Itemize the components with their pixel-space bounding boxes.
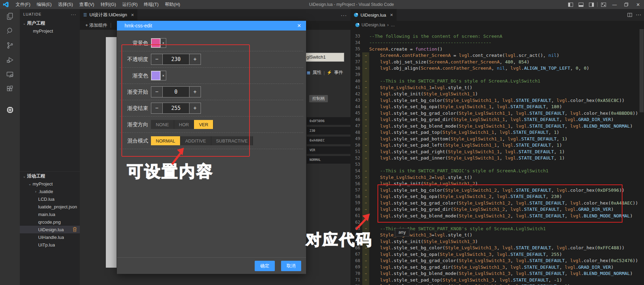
- tab-events[interactable]: 事件: [334, 69, 343, 76]
- close-icon[interactable]: ✕: [131, 13, 134, 17]
- run-debug-icon[interactable]: [0, 53, 20, 67]
- option-SUBTRACTIVE[interactable]: SUBTRACTIVE: [211, 136, 253, 145]
- tree-folder-luatide[interactable]: › .luatide: [20, 188, 80, 195]
- add-component-button[interactable]: + 添加组件: [80, 22, 111, 28]
- increment-button[interactable]: +: [189, 54, 201, 65]
- code-line-52: 52→ lvgl.style_set_pad_inner(Style_LvglS…: [350, 155, 644, 162]
- ok-button[interactable]: 确定: [255, 261, 275, 271]
- option-VER[interactable]: VER: [194, 120, 213, 129]
- color-picker-背景色[interactable]: ✕: [151, 38, 166, 48]
- file-UiHandle.lua[interactable]: UiHandle.lua: [20, 233, 80, 241]
- property-value[interactable]: 0xDF5096: [307, 117, 350, 125]
- restore-button[interactable]: [620, 0, 632, 9]
- delete-file-icon[interactable]: [73, 227, 77, 233]
- more-actions-icon[interactable]: ···: [636, 12, 641, 18]
- designer-more-actions-icon[interactable]: ···: [341, 9, 347, 21]
- tree-section-user-project[interactable]: ⌄ 用户工程: [20, 19, 80, 27]
- sidebar-more-icon[interactable]: ···: [71, 12, 76, 17]
- source-control-icon[interactable]: [0, 38, 20, 53]
- color-swatch[interactable]: [151, 38, 160, 48]
- file-qrcode.png[interactable]: qrcode.png: [20, 218, 80, 226]
- file-UiTp.lua[interactable]: UiTp.lua: [20, 241, 80, 249]
- tab-ui-designer[interactable]: ☰ UI设计器:UiDesign ✕: [80, 9, 137, 21]
- tab-uidesign-lua[interactable]: UiDesign.lua ✕: [350, 9, 397, 21]
- customize-layout-icon[interactable]: [598, 0, 609, 9]
- file-main.lua[interactable]: main.lua: [20, 210, 80, 218]
- close-window-button[interactable]: ✕: [632, 0, 644, 9]
- designer-tab-bar: ☰ UI设计器:UiDesign ✕ ···: [80, 9, 350, 21]
- code-line-51: 51→ lvgl.style_set_pad_right(Style_LvglS…: [350, 148, 644, 155]
- explorer-icon[interactable]: [0, 9, 20, 24]
- form-icon: ☰: [83, 12, 87, 17]
- menu-帮助(H)[interactable]: 帮助(H): [162, 0, 183, 9]
- menu-编辑(E)[interactable]: 编辑(E): [34, 0, 55, 9]
- option-NONE[interactable]: NONE: [151, 120, 174, 129]
- toggle-secondary-sidebar-icon[interactable]: [586, 0, 596, 9]
- extensions-icon[interactable]: [0, 82, 20, 96]
- annotation-code-box: [378, 184, 622, 223]
- tree-item-myproject[interactable]: myProject: [20, 27, 80, 35]
- menu-终端(T)[interactable]: 终端(T): [141, 0, 162, 9]
- close-icon[interactable]: ✕: [390, 13, 393, 17]
- increment-button[interactable]: +: [189, 103, 201, 114]
- property-value[interactable]: VER: [307, 146, 350, 154]
- decrement-button[interactable]: −: [151, 103, 163, 114]
- stepper-value[interactable]: 255: [163, 103, 189, 114]
- option-NORMAL[interactable]: NORMAL: [151, 136, 180, 145]
- file-luatide_project.json[interactable]: luatide_project.json: [20, 203, 80, 210]
- option-HOR[interactable]: HOR: [174, 120, 194, 129]
- decrement-button[interactable]: −: [151, 54, 163, 65]
- property-value[interactable]: 0xA48AEC: [307, 137, 350, 144]
- code-line-39: 39: [350, 71, 644, 78]
- color-dropdown-icon[interactable]: ✕: [160, 71, 166, 80]
- file-UiDesign.lua[interactable]: UiDesign.lua: [20, 226, 80, 233]
- close-icon[interactable]: ✕: [296, 23, 303, 28]
- property-value[interactable]: NORMAL: [307, 156, 350, 164]
- code-line-55: 55→ Style_LvglSwitch1_2=lvgl.style_t(): [350, 174, 644, 181]
- tree-folder-myproject[interactable]: ⌄ myProject: [20, 180, 80, 188]
- remote-device-icon[interactable]: [0, 67, 20, 82]
- toggle-panel-icon[interactable]: [576, 0, 586, 9]
- code-area[interactable]: 33--The following is the content of scre…: [350, 29, 644, 285]
- tab-properties[interactable]: 属性: [312, 69, 321, 76]
- lua-file-icon: [354, 13, 358, 17]
- screen-preview[interactable]: [106, 37, 117, 268]
- code-line-50: 50→ lvgl.style_set_pad_left(Style_LvglSw…: [350, 142, 644, 149]
- menu-bar: 文件(F)编辑(E)选择(S)查看(V)转到(G)运行(R)终端(T)帮助(H): [12, 0, 183, 9]
- stepper-value[interactable]: 230: [163, 54, 189, 65]
- component-name-input[interactable]: glSwitch1: [304, 53, 344, 62]
- breadcrumb[interactable]: UiDesign.lua › …: [350, 21, 644, 29]
- color-picker-渐变色[interactable]: ✕: [151, 71, 166, 80]
- code-line-43: 43→ lvgl.style_set_bg_color(Style_LvglSw…: [350, 97, 644, 104]
- dialog-title-bar[interactable]: hmk-css-edit ✕: [117, 21, 306, 31]
- menu-查看(V)[interactable]: 查看(V): [76, 0, 97, 9]
- split-editor-icon[interactable]: [627, 13, 632, 17]
- cancel-button[interactable]: 取消: [281, 261, 301, 271]
- decrement-button[interactable]: −: [151, 86, 163, 97]
- minimize-button[interactable]: —: [609, 0, 620, 9]
- search-icon[interactable]: [0, 24, 20, 38]
- control-handle-label[interactable]: 控制柄: [309, 95, 328, 102]
- increment-button[interactable]: +: [189, 86, 201, 97]
- tree-section-active-project[interactable]: ⌄ 活动工程: [20, 172, 80, 180]
- editor-scrollbar[interactable]: [639, 29, 644, 285]
- annotation-arrow: [169, 146, 187, 166]
- toggle-sidebar-icon[interactable]: [565, 0, 576, 9]
- sidebar-title: LUATIDE: [23, 12, 71, 16]
- stepper-不透明度: −230+: [151, 54, 201, 65]
- color-swatch[interactable]: [151, 71, 160, 80]
- menu-运行(R)[interactable]: 运行(R): [119, 0, 141, 9]
- field-label: 渐变开始: [120, 89, 148, 95]
- property-value[interactable]: 230: [307, 127, 350, 135]
- menu-文件(F)[interactable]: 文件(F): [12, 0, 34, 9]
- code-line-48: 48→ lvgl.style_set_pad_top(Style_LvglSwi…: [350, 129, 644, 136]
- color-dropdown-icon[interactable]: ✕: [160, 38, 166, 48]
- menu-转到(G)[interactable]: 转到(G): [98, 0, 119, 9]
- luatide-chip-icon[interactable]: [0, 103, 20, 117]
- segment-混合模式: NORMALADDITIVESUBTRACTIVE: [151, 136, 253, 145]
- file-LCD.lua[interactable]: LCD.lua: [20, 195, 80, 203]
- menu-选择(S)[interactable]: 选择(S): [55, 0, 76, 9]
- code-line-33: 33--The following is the content of scre…: [350, 33, 644, 40]
- stepper-value[interactable]: 0: [163, 86, 189, 97]
- option-ADDITIVE[interactable]: ADDITIVE: [180, 136, 211, 145]
